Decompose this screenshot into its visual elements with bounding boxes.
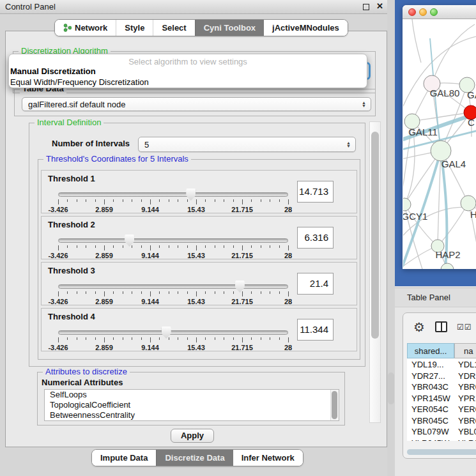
table-row[interactable]: YER054CYER0 [407,404,476,416]
table-row[interactable]: YDR27...YDR2 [407,371,476,383]
select-checkboxes-icon[interactable]: ☑☑ [457,323,472,332]
cell-shared-name[interactable]: YER054C [411,404,449,414]
cell-name[interactable]: YBL0 [458,427,476,436]
cell-shared-name[interactable]: YPR145W [411,394,450,403]
table-row[interactable]: YLR345WYLR3 [407,438,476,441]
table-header-shared-name[interactable]: shared... [407,343,454,358]
slider-tick [224,291,224,294]
slider-track[interactable] [58,330,288,335]
attribute-list-item[interactable]: SelfLoops [45,390,339,400]
threshold-slider[interactable]: -3.4262.8599.14415.4321.71528 [58,279,288,305]
network-edge[interactable] [412,19,421,63]
threshold-value-field[interactable]: 21.4 [297,273,334,295]
network-canvas[interactable]: GAL80GACGAL11GAL4GCY1HHAP2 [403,19,476,269]
table-hscrollbar-thumb[interactable] [407,449,476,455]
table-row[interactable]: YBR045CYBR0 [407,416,476,427]
network-edge[interactable] [432,24,475,84]
close-icon[interactable]: ✕ [376,1,383,11]
algorithm-option-manual[interactable]: Manual Discretization [10,66,96,76]
attributes-scrollbar-track[interactable] [330,390,339,420]
cell-shared-name[interactable]: YDL19... [411,360,444,369]
network-window-titlebar[interactable] [403,5,476,19]
slider-track[interactable] [58,284,288,289]
tab-style[interactable]: Style [116,20,153,36]
slider-track[interactable] [58,238,288,243]
cell-name[interactable]: YPR1 [458,394,476,403]
algorithm-option-equal-width[interactable]: Equal Width/Frequency Discretization [10,77,149,87]
apply-button[interactable]: Apply [171,429,214,443]
tab-discretize-data[interactable]: Discretize Data [156,450,233,466]
tab-jactivemnodules[interactable]: jActiveMNodules [264,20,348,36]
cell-name[interactable]: YDL1 [458,360,476,369]
network-node-gcy1[interactable] [403,198,411,211]
table-data-combobox-value: galFiltered.sif default node [28,100,125,109]
minimize-traffic-light-icon[interactable] [419,8,427,16]
tab-select[interactable]: Select [153,20,194,36]
cell-shared-name[interactable]: YBR043C [411,382,449,392]
cell-name[interactable]: YDR2 [458,371,476,381]
slider-thumb[interactable] [235,280,245,293]
cell-name[interactable]: YBR0 [458,416,476,426]
threshold-value-field[interactable]: 6.316 [297,227,334,249]
threshold-slider[interactable]: -3.4262.8599.14415.4321.71528 [58,187,288,213]
tab-impute-data[interactable]: Impute Data [92,450,156,466]
network-edge[interactable] [403,35,476,115]
splitter-handle[interactable] [388,372,394,404]
numerical-attributes-list[interactable]: SelfLoopsTopologicalCoefficientBetweenne… [44,389,339,421]
slider-tick [104,337,105,342]
slider-tick [150,337,151,342]
table-row[interactable]: YDL19...YDL1 [407,360,476,371]
node-attribute-table[interactable]: shared... na YDL19...YDL1YDR27...YDR2YBR… [407,343,476,441]
cell-name[interactable]: YLR3 [458,438,476,441]
tab-cyni-toolbox[interactable]: Cyni Toolbox [195,20,264,36]
attributes-scrollbar-thumb[interactable] [332,391,337,419]
tab-label: Select [162,20,186,36]
numerical-attributes-label: Numerical Attributes [42,378,123,387]
attribute-list-item[interactable]: BetweennessCentrality [45,410,339,420]
float-window-icon[interactable] [363,4,369,10]
slider-tick [187,337,188,340]
cell-shared-name[interactable]: YLR345W [411,438,449,441]
slider-track[interactable] [58,192,288,197]
slider-scale-label: 9.144 [141,206,159,213]
network-node-label: GAL4 [441,158,466,169]
zoom-traffic-light-icon[interactable] [430,8,438,16]
threshold-slider[interactable]: -3.4262.8599.14415.4321.71528 [58,233,288,259]
panel-splitter[interactable] [387,0,395,476]
number-of-intervals-combobox[interactable]: 5 ▲▼ [138,137,356,152]
threshold-slider[interactable]: -3.4262.8599.14415.4321.71528 [58,325,288,351]
table-row[interactable]: YBR043CYBR0 [407,382,476,394]
group-label-threshold-coordinates: Threshold's Coordinates for 5 Intervals [43,154,191,164]
slider-thumb[interactable] [162,326,171,339]
cell-shared-name[interactable]: YDR27... [411,371,445,381]
attribute-list-item[interactable]: TopologicalCoefficient [45,400,339,410]
table-row[interactable]: YPR145WYPR1 [407,394,476,405]
network-edge[interactable] [438,151,441,246]
slider-scale-label: 21.715 [231,344,253,351]
network-node[interactable] [441,263,454,269]
slider-tick [242,199,243,204]
slider-scale-label: 15.43 [187,344,205,351]
threshold-value-field[interactable]: 11.344 [297,319,334,341]
slider-scale-label: 28 [284,252,292,259]
cell-name[interactable]: YER0 [458,404,476,414]
network-node-label: C [468,117,475,128]
tab-infer-network[interactable]: Infer Network [233,450,303,466]
slider-thumb[interactable] [125,234,134,247]
table-data-combobox[interactable]: galFiltered.sif default node ▲▼ [22,97,371,111]
content-scrollbar-thumb[interactable] [371,132,379,339]
tab-network[interactable]: Network [55,20,116,36]
threshold-value-field[interactable]: 14.713 [297,181,334,203]
cell-shared-name[interactable]: YBR045C [411,416,449,426]
cell-name[interactable]: YBR0 [458,382,476,392]
column-layout-icon[interactable] [435,321,447,332]
right-region: GAL80GACGAL11GAL4GCY1HHAP2 Table Panel ⚙… [395,0,476,476]
network-view-window[interactable]: GAL80GACGAL11GAL4GCY1HHAP2 [403,5,476,269]
close-traffic-light-icon[interactable] [408,8,416,16]
cell-shared-name[interactable]: YBL079W [411,427,449,436]
table-header-name[interactable]: na [454,343,476,358]
table-row[interactable]: YBL079WYBL0 [407,427,476,438]
slider-tick [141,199,142,202]
gear-icon[interactable]: ⚙ [413,319,425,335]
slider-tick [169,245,169,248]
